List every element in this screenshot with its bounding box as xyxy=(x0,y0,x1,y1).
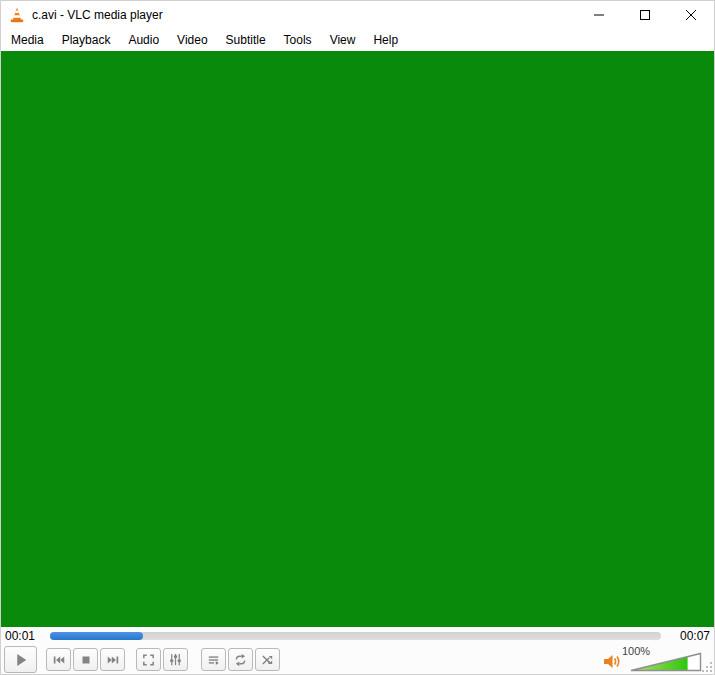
menu-video[interactable]: Video xyxy=(168,30,216,50)
shuffle-button[interactable] xyxy=(255,648,280,671)
equalizer-sliders-icon xyxy=(168,652,183,667)
volume-slider[interactable]: 100% xyxy=(630,646,702,672)
menu-bar: Media Playback Audio Video Subtitle Tool… xyxy=(1,29,714,51)
window-controls xyxy=(576,1,714,29)
shuffle-icon xyxy=(260,653,275,667)
resize-grip[interactable] xyxy=(700,660,713,673)
video-display-area[interactable] xyxy=(1,51,714,627)
extended-settings-button[interactable] xyxy=(163,648,188,671)
vlc-cone-icon xyxy=(9,7,25,23)
previous-icon xyxy=(51,653,67,667)
maximize-icon xyxy=(640,10,650,20)
seek-row: 00:01 00:07 xyxy=(1,627,714,645)
loop-button[interactable] xyxy=(228,648,253,671)
previous-button[interactable] xyxy=(46,648,71,671)
play-button[interactable] xyxy=(4,646,37,673)
menu-help[interactable]: Help xyxy=(364,30,407,50)
title-bar: c.avi - VLC media player xyxy=(1,1,714,29)
volume-wedge xyxy=(630,652,702,672)
loop-icon xyxy=(233,653,248,667)
fullscreen-icon xyxy=(141,653,156,667)
volume-zone: 100% xyxy=(602,646,702,672)
fullscreen-button[interactable] xyxy=(136,648,161,671)
next-button[interactable] xyxy=(100,648,125,671)
total-time: 00:07 xyxy=(666,629,710,643)
speaker-icon[interactable] xyxy=(602,653,622,670)
menu-subtitle[interactable]: Subtitle xyxy=(217,30,275,50)
menu-media[interactable]: Media xyxy=(2,30,53,50)
maximize-button[interactable] xyxy=(622,1,668,29)
elapsed-time: 00:01 xyxy=(5,629,45,643)
stop-icon xyxy=(79,653,93,667)
vlc-window: c.avi - VLC media player Media Playback … xyxy=(0,0,715,675)
next-icon xyxy=(105,653,121,667)
seek-slider[interactable] xyxy=(50,632,661,640)
controls-bar: 100% xyxy=(1,645,714,674)
view-group xyxy=(136,648,188,671)
minimize-button[interactable] xyxy=(576,1,622,29)
stop-button[interactable] xyxy=(73,648,98,671)
close-icon xyxy=(686,10,696,20)
seek-progress xyxy=(50,632,143,640)
minimize-icon xyxy=(594,10,604,20)
close-button[interactable] xyxy=(668,1,714,29)
playlist-button[interactable] xyxy=(201,648,226,671)
menu-playback[interactable]: Playback xyxy=(53,30,120,50)
menu-view[interactable]: View xyxy=(321,30,365,50)
playlist-icon xyxy=(206,653,221,667)
playlist-group xyxy=(201,648,280,671)
play-icon xyxy=(12,651,30,669)
transport-group xyxy=(46,648,125,671)
window-title: c.avi - VLC media player xyxy=(32,8,576,22)
menu-tools[interactable]: Tools xyxy=(275,30,321,50)
menu-audio[interactable]: Audio xyxy=(119,30,168,50)
